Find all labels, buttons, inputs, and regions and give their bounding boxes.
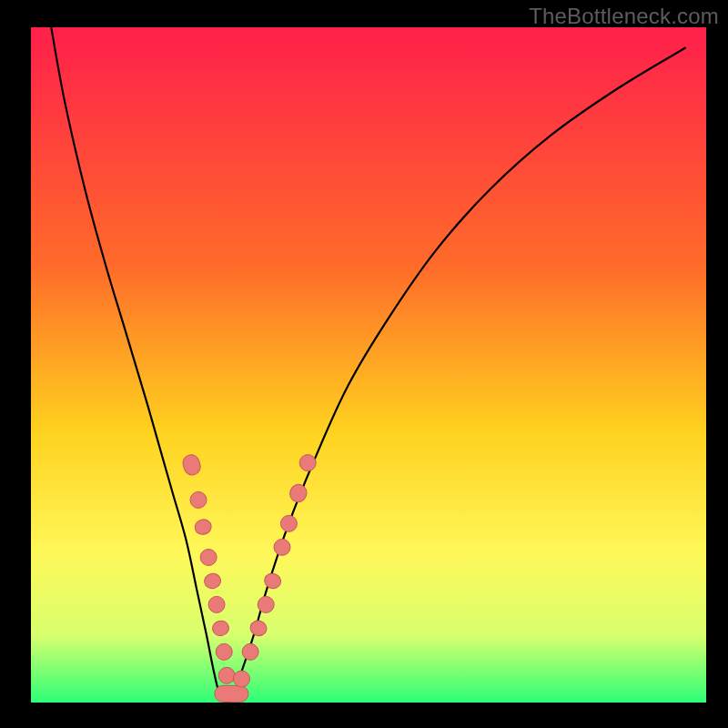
chart-stage: TheBottleneck.com: [0, 0, 728, 728]
marker-dot: [190, 491, 207, 508]
marker-dot: [242, 643, 258, 660]
marker-dot: [274, 539, 290, 555]
marker-dot: [234, 671, 250, 687]
marker-dot: [200, 549, 217, 565]
marker-dot: [208, 596, 225, 612]
watermark-text: TheBottleneck.com: [529, 4, 719, 29]
marker-dot: [216, 643, 232, 660]
marker-dot: [218, 667, 235, 683]
chart-svg: [0, 0, 728, 728]
marker-dot: [299, 455, 316, 471]
marker-pill-horizontal: [215, 685, 248, 702]
plot-area: [31, 27, 706, 703]
marker-dot: [280, 515, 297, 531]
marker-dot: [258, 596, 274, 612]
